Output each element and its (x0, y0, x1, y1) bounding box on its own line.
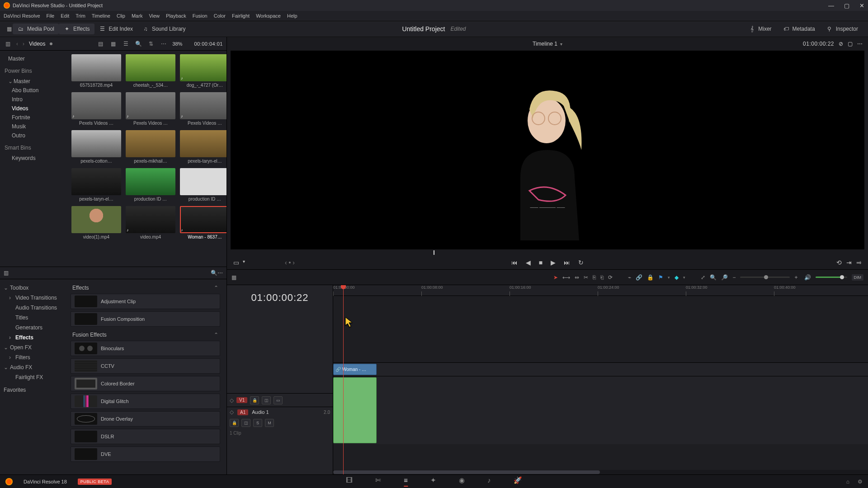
menu-fusion[interactable]: Fusion (193, 13, 208, 19)
menu-playback[interactable]: Playback (166, 13, 186, 19)
page-edit[interactable]: ≡ (404, 476, 408, 487)
scrub-playhead[interactable] (434, 250, 434, 255)
page-fairlight[interactable]: ♪ (487, 476, 491, 487)
clip-thumbnail[interactable] (126, 168, 175, 195)
monitor-volume-icon[interactable]: 🔊 (804, 274, 811, 281)
fx-openfx[interactable]: ⌄Open FX (0, 343, 68, 352)
bin-item[interactable]: Fortnite (3, 113, 65, 122)
clip-item[interactable]: pexels-taryn-el… (71, 168, 121, 202)
go-first-button[interactable]: ⏮ (511, 259, 518, 266)
project-settings-icon[interactable]: ⚙ (858, 479, 863, 485)
flag-icon[interactable]: ⚑ (658, 274, 663, 281)
page-cut[interactable]: ✄ (375, 476, 381, 487)
menu-clip[interactable]: Clip (117, 13, 125, 19)
transport-opts-icon[interactable]: ▾ (243, 259, 245, 266)
zoom-detail-icon[interactable]: 🔍 (710, 274, 717, 281)
menu-mark[interactable]: Mark (132, 13, 142, 19)
step-back-button[interactable]: ◀ (526, 259, 531, 266)
clip-thumbnail[interactable] (71, 54, 121, 81)
home-icon[interactable]: ⌂ (846, 479, 849, 485)
track-v1[interactable]: 🔗 Woman - … (333, 363, 868, 376)
effect-item[interactable]: Fusion Composition (71, 311, 220, 327)
clip-item[interactable]: pexels-cotton… (71, 130, 121, 164)
timeline-scrollbar[interactable] (333, 470, 868, 474)
menu-trim[interactable]: Trim (75, 13, 85, 19)
clip-thumbnail[interactable]: ♪ (126, 206, 175, 233)
clip-item[interactable]: ♪Woman - 8637… (180, 206, 226, 239)
clip-item[interactable]: ♪video.mp4 (126, 206, 175, 239)
menu-view[interactable]: View (149, 13, 160, 19)
clip-thumbnail[interactable]: ♪ (71, 92, 121, 119)
viewer-scrub-bar[interactable] (231, 249, 864, 256)
page-deliver[interactable]: 🚀 (514, 476, 522, 487)
blade-tool[interactable]: ✂ (584, 274, 588, 281)
insert-clip-icon[interactable]: ⎘ (593, 274, 596, 281)
dynamic-trim-tool[interactable]: ⇔ (575, 274, 579, 281)
effects-options-icon[interactable]: ⋯ (217, 270, 223, 276)
zoom-out-button[interactable]: − (732, 274, 736, 281)
match-frame-icon[interactable]: ▭ (233, 259, 239, 266)
inspector-toggle[interactable]: ⚲Inspector (821, 23, 863, 34)
timeline-ruler[interactable]: 01:00:00:0001:00:08:0001:00:16:0001:00:2… (333, 285, 868, 296)
chevron-down-icon[interactable]: ▾ (560, 42, 562, 47)
track-a1[interactable] (333, 376, 868, 444)
fx-section-effects[interactable]: Effects⌃ (71, 282, 220, 294)
audio-clip[interactable] (333, 377, 377, 443)
clip-thumbnail[interactable]: ♪ (180, 92, 226, 119)
clip-thumbnail[interactable] (126, 54, 175, 81)
clip-item[interactable]: 657518728.mp4 (71, 54, 121, 88)
clip-item[interactable]: ♪Pexels Videos … (71, 92, 121, 126)
timeline-playhead[interactable] (343, 285, 344, 474)
zoom-custom-icon[interactable]: 🔎 (721, 274, 728, 281)
single-viewer-icon[interactable]: ▢ (848, 41, 853, 47)
clip-thumbnail[interactable]: ♪ (180, 206, 226, 233)
menu-fairlight[interactable]: Fairlight (232, 13, 250, 19)
clip-item[interactable]: video(1).mp4 (71, 206, 121, 239)
marker-icon[interactable]: ◆ (675, 274, 679, 281)
bin-item[interactable]: Videos (3, 104, 65, 113)
a1-mute-button[interactable]: M (265, 419, 274, 427)
bypass-icon[interactable]: ⊘ (839, 41, 843, 47)
fx-section-fusion[interactable]: Fusion Effects⌃ (71, 329, 220, 341)
loop-button[interactable]: ↻ (578, 259, 584, 266)
fx-fairlight[interactable]: Fairlight FX (0, 372, 68, 382)
zoom-in-button[interactable]: + (794, 274, 797, 281)
search-icon[interactable]: 🔍 (134, 40, 142, 47)
layout-icon[interactable]: ▦ (5, 25, 13, 33)
track-header-v1[interactable]: ◇ V1 🔒 ◫ ▭ (227, 393, 333, 407)
fx-tree-item[interactable]: Audio Transitions (0, 303, 68, 313)
effect-item[interactable]: CCTV (71, 358, 220, 374)
timeline-tracks[interactable]: 01:00:00:0001:00:08:0001:00:16:0001:00:2… (333, 285, 868, 474)
minimize-button[interactable]: — (828, 2, 834, 9)
bin-view-icon[interactable]: ▥ (4, 40, 12, 47)
menu-workspace[interactable]: Workspace (256, 13, 281, 19)
zoom-slider[interactable] (740, 277, 790, 278)
options-icon[interactable]: ⋯ (160, 40, 168, 47)
a1-auto-icon[interactable]: ◫ (241, 419, 250, 427)
effect-item[interactable]: Digital Glitch (71, 394, 220, 409)
bin-item[interactable]: Outro (3, 131, 65, 140)
effect-item[interactable]: DSLR (71, 429, 220, 444)
insert-icon[interactable]: ⇥ (846, 259, 852, 266)
clip-thumbnail[interactable] (180, 168, 226, 195)
page-color[interactable]: ◉ (459, 476, 465, 487)
effect-item[interactable]: Colored Border (71, 376, 220, 391)
go-last-button[interactable]: ⏭ (564, 259, 570, 266)
fx-favorites[interactable]: Favorites (0, 382, 68, 395)
source-zoom[interactable]: 38% (172, 41, 182, 47)
media-pool-toggle[interactable]: 🗂 Media Pool (13, 23, 59, 34)
monitor-volume-slider[interactable] (816, 277, 847, 278)
edit-index-toggle[interactable]: ☰ Edit Index (94, 23, 137, 34)
clip-thumbnail[interactable] (71, 130, 121, 157)
fx-audiofx[interactable]: ⌄Audio FX (0, 362, 68, 372)
menu-color[interactable]: Color (214, 13, 226, 19)
clip-item[interactable]: cheetah_-_534… (126, 54, 175, 88)
v1-badge[interactable]: V1 (236, 397, 247, 403)
v1-lock-icon[interactable]: 🔒 (250, 396, 259, 404)
selection-tool[interactable]: ➤ (553, 274, 558, 281)
overwrite-clip-icon[interactable]: ⎗ (600, 274, 604, 281)
fx-tree-item[interactable]: Generators (0, 323, 68, 333)
menu-file[interactable]: File (47, 13, 55, 19)
clip-item[interactable]: ♪Pexels Videos … (180, 92, 226, 126)
a1-solo-button[interactable]: S (253, 419, 262, 427)
